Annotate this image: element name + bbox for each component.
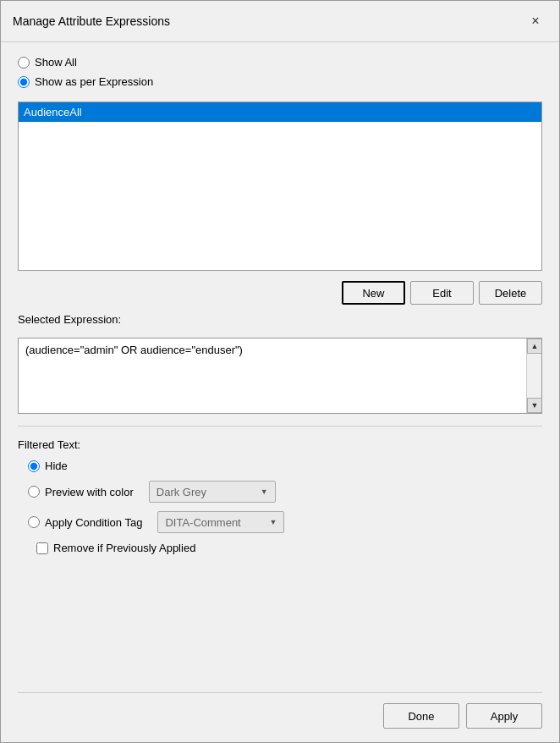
done-button[interactable]: Done	[383, 703, 459, 729]
remove-checkbox-label: Remove if Previously Applied	[53, 542, 195, 554]
preview-radio[interactable]	[28, 486, 40, 498]
dialog-content: Show All Show as per Expression Audience…	[1, 42, 559, 685]
hide-radio-row: Hide	[18, 456, 542, 476]
hide-radio-label[interactable]: Hide	[28, 460, 68, 472]
hide-label: Hide	[45, 460, 68, 472]
delete-button[interactable]: Delete	[479, 281, 542, 305]
manage-attribute-expressions-dialog: Manage Attribute Expressions × Show All …	[0, 0, 560, 743]
tag-dropdown-value: DITA-Comment	[165, 516, 240, 529]
show-expr-radio-label[interactable]: Show as per Expression	[18, 75, 542, 88]
preview-radio-row: Preview with color Dark Grey ▼	[18, 477, 542, 506]
tag-dropdown[interactable]: DITA-Comment ▼	[157, 511, 284, 533]
new-button-wrapper: New	[342, 281, 405, 305]
selected-expression-label: Selected Expression:	[18, 313, 542, 326]
scroll-down-arrow[interactable]: ▼	[527, 398, 542, 413]
tag-dropdown-arrow: ▼	[269, 518, 277, 526]
edit-button[interactable]: Edit	[410, 281, 474, 305]
expression-textarea[interactable]: (audience="admin" OR audience="enduser")	[19, 338, 524, 413]
dialog-title: Manage Attribute Expressions	[13, 14, 170, 28]
filtered-text-section: Filtered Text: Hide Preview with color D…	[18, 438, 542, 558]
scroll-up-arrow[interactable]: ▲	[527, 338, 542, 354]
hide-radio[interactable]	[28, 460, 40, 472]
color-dropdown-arrow: ▼	[261, 487, 268, 496]
preview-radio-label[interactable]: Preview with color	[28, 486, 134, 498]
show-all-label: Show All	[35, 56, 77, 69]
apply-tag-radio[interactable]	[28, 516, 40, 528]
list-item[interactable]: AudienceAll	[19, 102, 541, 122]
show-expr-radio[interactable]	[18, 76, 30, 88]
remove-checkbox[interactable]	[36, 542, 48, 554]
apply-tag-radio-row: Apply Condition Tag DITA-Comment ▼	[18, 508, 542, 537]
new-button[interactable]: New	[342, 281, 405, 305]
color-dropdown[interactable]: Dark Grey ▼	[149, 481, 276, 503]
show-all-radio-label[interactable]: Show All	[18, 56, 542, 69]
display-radio-group: Show All Show as per Expression	[18, 56, 542, 88]
apply-tag-label: Apply Condition Tag	[45, 516, 142, 529]
footer-buttons: Done Apply	[1, 693, 559, 742]
section-divider	[18, 426, 542, 427]
color-dropdown-value: Dark Grey	[156, 486, 206, 498]
close-button[interactable]: ×	[524, 9, 547, 33]
expression-text-container: (audience="admin" OR audience="enduser")…	[18, 338, 542, 414]
preview-label: Preview with color	[45, 486, 134, 498]
expressions-list[interactable]: AudienceAll	[18, 102, 542, 271]
show-all-radio[interactable]	[18, 57, 30, 69]
show-expr-label: Show as per Expression	[35, 75, 153, 88]
expression-action-buttons: New Edit Delete	[18, 281, 542, 305]
remove-checkbox-row: Remove if Previously Applied	[25, 538, 542, 558]
scrollbar: ▲ ▼	[526, 338, 541, 413]
title-bar: Manage Attribute Expressions ×	[1, 1, 559, 42]
filtered-text-label: Filtered Text:	[18, 438, 542, 451]
apply-button[interactable]: Apply	[466, 703, 542, 729]
apply-tag-radio-label[interactable]: Apply Condition Tag	[28, 516, 142, 529]
